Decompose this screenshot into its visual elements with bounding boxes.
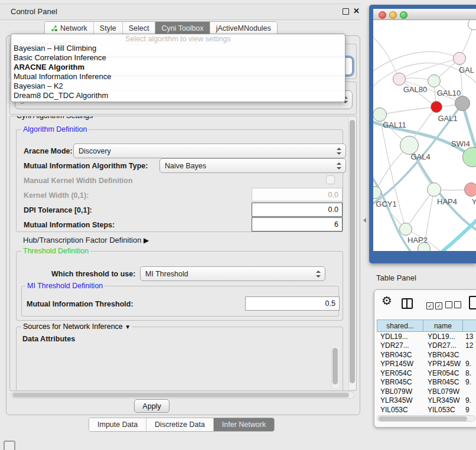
column-header-name[interactable]: name: [423, 319, 463, 332]
algorithm-definition-group: Algorithm Definition Aracne Mode: Discov…: [16, 129, 343, 232]
columns-icon[interactable]: [402, 298, 413, 309]
tab-label: Discretize Data: [155, 420, 205, 429]
tab-label: Select: [129, 24, 149, 32]
float-window-icon[interactable]: [343, 8, 349, 15]
network-node[interactable]: [399, 223, 412, 236]
mi-threshold-definition-group: MI Threshold Definition Mutual Informati…: [21, 286, 339, 317]
network-node[interactable]: [418, 242, 431, 251]
table-row[interactable]: YLR345W YLR345W 9.: [377, 396, 476, 406]
algorithm-dropdown-popup: Select algorithm to view settings Bayesi…: [11, 34, 345, 102]
sources-group-title: Sources for Network Inference ▼: [21, 322, 132, 331]
table-row[interactable]: YER054C YER054C 8.: [377, 369, 476, 378]
network-node-label: GAL11: [383, 120, 406, 129]
tab-select[interactable]: Select: [123, 22, 156, 35]
split-gutter[interactable]: [360, 0, 369, 450]
scrollbar-thumb[interactable]: [379, 416, 467, 421]
table-row[interactable]: YBR043C YBR043C: [377, 350, 476, 360]
table-row[interactable]: YBR045C YBR045C 9.: [377, 378, 476, 387]
algorithm-dropdown-item[interactable]: Bayesian – Hill Climbing: [11, 44, 345, 53]
network-node-label: GCY1: [376, 200, 396, 208]
mi-threshold-field[interactable]: 0.5: [245, 296, 340, 311]
app-root: Control Panel ✕ Network Style Select Cyn…: [0, 0, 476, 450]
dpi-tolerance-field[interactable]: 0.0: [252, 203, 343, 217]
checked-box-icon: ✓: [426, 302, 433, 309]
network-node-label: GAL4: [410, 152, 430, 161]
window-zoom-icon[interactable]: [400, 11, 407, 19]
cell-shared-name: YER054C: [377, 369, 424, 377]
settings-vertical-scrollbar[interactable]: [348, 118, 356, 389]
algorithm-dropdown-item[interactable]: Mutual Information Inference: [11, 72, 345, 81]
deselect-all-checkboxes-icon[interactable]: [445, 300, 463, 311]
dock-panel-icon[interactable]: [4, 441, 15, 450]
bottom-tabbar: Impute Data Discretize Data Infer Networ…: [89, 418, 275, 432]
close-icon[interactable]: ✕: [353, 6, 360, 15]
gear-icon[interactable]: ⚙: [382, 294, 392, 308]
network-node[interactable]: [464, 182, 476, 197]
network-node[interactable]: [455, 96, 470, 111]
network-canvas[interactable]: GALGAL80GAL10GAL1GAL11SWI4GAL4HAP4YGCY1H…: [373, 20, 476, 251]
table-row[interactable]: YDL19... YDL19... 13: [377, 332, 476, 341]
table-header-row: shared... name: [377, 319, 476, 332]
collapse-down-icon[interactable]: ▼: [125, 324, 131, 330]
algorithm-dropdown-prompt: Select algorithm to view settings: [11, 34, 345, 44]
column-header-shared-name[interactable]: shared...: [377, 319, 423, 332]
kernel-width-label: Kernel Width (0,1):: [24, 191, 89, 200]
table-horizontal-scrollbar[interactable]: [377, 415, 475, 422]
document-icon[interactable]: [469, 296, 476, 309]
network-window-titlebar[interactable]: [373, 9, 476, 20]
aracne-mode-value: Discovery: [79, 147, 111, 155]
which-threshold-combo[interactable]: MI Threshold: [140, 266, 325, 281]
apply-button[interactable]: Apply: [134, 399, 169, 413]
network-node[interactable]: [393, 73, 406, 86]
threshold-definition-group: Threshold Definition Which threshold to …: [16, 251, 343, 321]
settings-horizontal-scrollbar[interactable]: [11, 392, 354, 399]
tab-discretize-data[interactable]: Discretize Data: [146, 418, 214, 431]
tab-label: jActiveMNodules: [216, 24, 271, 32]
threshold-definition-title: Threshold Definition: [21, 247, 90, 255]
network-node[interactable]: [431, 101, 442, 113]
algorithm-dropdown-item[interactable]: ARACNE Algorithm: [11, 63, 345, 72]
hub-section-text: Hub/Transcription Factor Definition: [23, 236, 141, 244]
network-node[interactable]: [427, 182, 441, 197]
window-minimize-icon[interactable]: [389, 11, 397, 19]
algorithm-dropdown-list: Bayesian – Hill ClimbingBasic Correlatio…: [11, 44, 345, 100]
cell-name: YBR045C: [424, 378, 464, 386]
network-node-label: GAL10: [437, 89, 461, 97]
algorithm-dropdown-item[interactable]: Bayesian – K2: [11, 81, 345, 91]
manual-kernel-width-checkbox[interactable]: [326, 175, 335, 184]
network-node[interactable]: [428, 74, 441, 87]
aracne-mode-combo[interactable]: Discovery: [73, 144, 346, 158]
table-row[interactable]: YPR145W YPR145W 9.: [377, 360, 476, 369]
table-row[interactable]: YIL053C YIL053C 9: [377, 405, 476, 413]
scrollbar-thumb[interactable]: [350, 120, 355, 383]
table-row[interactable]: YDR27... YDR27... 12: [377, 341, 476, 351]
tab-jactivemnodules[interactable]: jActiveMNodules: [210, 22, 277, 35]
scrollbar-thumb[interactable]: [332, 348, 338, 384]
mi-algorithm-type-combo[interactable]: Naive Bayes: [159, 158, 346, 173]
sources-group: Sources for Network Inference ▼ Data Att…: [16, 327, 343, 391]
mi-steps-field[interactable]: 6: [252, 217, 343, 231]
tab-style[interactable]: Style: [94, 22, 123, 35]
cell-name: YLR345W: [424, 396, 464, 405]
network-node[interactable]: [373, 107, 387, 122]
algorithm-dropdown-item[interactable]: Basic Correlation Inference: [11, 53, 345, 63]
attribute-list-scrollbar[interactable]: [331, 347, 338, 388]
cell-name: YBL079W: [424, 387, 464, 396]
tab-network[interactable]: Network: [45, 22, 94, 35]
algorithm-dropdown-item[interactable]: Dream8 DC_TDC Algorithm: [11, 91, 345, 100]
which-threshold-value: MI Threshold: [145, 270, 188, 278]
split-collapse-icon[interactable]: [363, 218, 366, 223]
network-node[interactable]: [453, 52, 466, 65]
scrollbar-thumb[interactable]: [12, 393, 349, 397]
column-header-partial[interactable]: [463, 319, 476, 332]
table-panel-window: ⚙ ✓✓ shared... name YDL19... YDL19... 13: [374, 289, 476, 428]
table-row[interactable]: YBL079W YBL079W: [377, 387, 476, 396]
hub-section-label[interactable]: Hub/Transcription Factor Definition ▶: [23, 236, 149, 244]
select-all-checkboxes-icon[interactable]: ✓✓: [426, 299, 444, 310]
tab-cyni-toolbox[interactable]: Cyni Toolbox: [155, 22, 210, 35]
tab-infer-network[interactable]: Infer Network: [214, 418, 274, 431]
kernel-width-field[interactable]: 0.0: [252, 188, 343, 201]
window-close-icon[interactable]: [379, 11, 386, 19]
table-body[interactable]: YDL19... YDL19... 13 YDR27... YDR27... 1…: [377, 332, 476, 413]
tab-impute-data[interactable]: Impute Data: [89, 418, 146, 431]
